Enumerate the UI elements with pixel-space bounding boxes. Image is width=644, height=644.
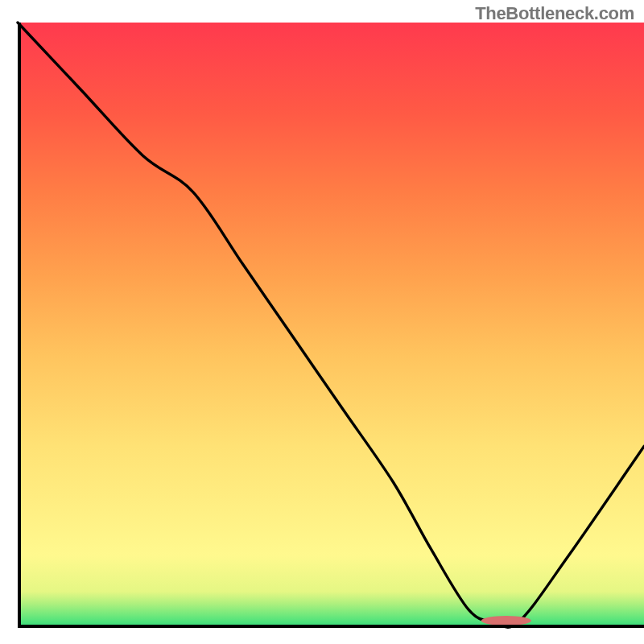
bottleneck-curve (18, 23, 644, 627)
curve-layer (18, 23, 644, 628)
y-axis (18, 23, 21, 628)
chart-frame: TheBottleneck.com (0, 0, 644, 644)
plot-area (18, 23, 644, 628)
watermark-text: TheBottleneck.com (475, 3, 634, 24)
plot-inner (18, 23, 644, 628)
x-axis (18, 625, 644, 628)
